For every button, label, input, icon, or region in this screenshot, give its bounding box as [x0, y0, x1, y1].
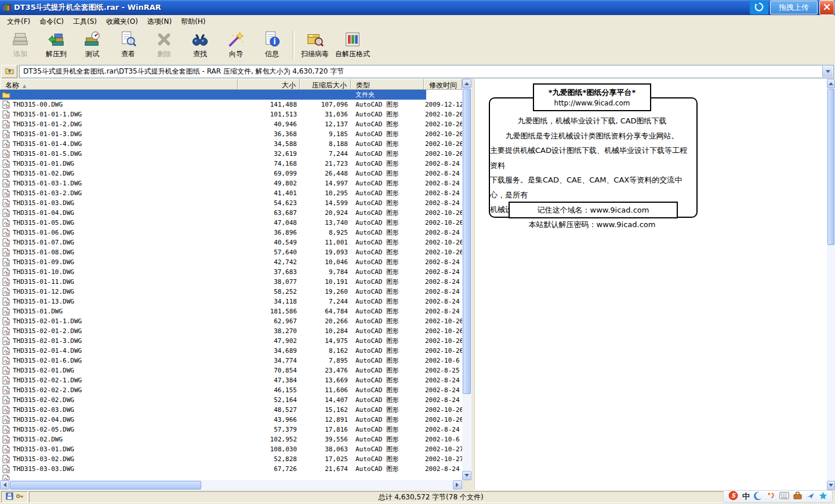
- keyboard-icon[interactable]: [779, 492, 789, 501]
- file-row[interactable]: THD315-03-02.DWG52,82817,025AutoCAD 图形20…: [0, 454, 462, 464]
- file-row[interactable]: THD315-01-12.DWG58,25219,260AutoCAD 图形20…: [0, 287, 462, 297]
- list-horizontal-scrollbar[interactable]: [0, 480, 462, 490]
- file-row[interactable]: THD315-01-01.DWG74,16821,723AutoCAD 图形20…: [0, 159, 462, 169]
- modified-cell: 2002-10-26: [424, 209, 462, 217]
- info-button[interactable]: 信息: [254, 29, 290, 60]
- name-cell: THD315-01-12.DWG: [0, 287, 238, 296]
- file-row[interactable]: THD315-01-03-2.DWG41,40110,295AutoCAD 图形…: [0, 188, 462, 198]
- scroll-down-button[interactable]: [462, 471, 471, 480]
- file-row[interactable]: THD315-01-10.DWG37,6839,784AutoCAD 图形200…: [0, 267, 462, 277]
- file-row[interactable]: THD315-02-02-2.DWG46,15511,606AutoCAD 图形…: [0, 385, 462, 395]
- vertical-scrollbar-thumb[interactable]: [463, 89, 471, 394]
- file-row[interactable]: THD315-02-02-1.DWG47,38413,669AutoCAD 图形…: [0, 375, 462, 385]
- file-row[interactable]: THD315-00.DWG141,488107,096AutoCAD 图形200…: [0, 100, 462, 109]
- address-dropdown-button[interactable]: [822, 66, 833, 77]
- column-header-size[interactable]: 大小: [238, 79, 300, 90]
- scroll-left-button[interactable]: [0, 480, 9, 490]
- file-name: THD315-01-01-2.DWG: [13, 120, 82, 128]
- upload-tool-button[interactable]: [750, 1, 768, 14]
- modified-cell: 2009-12-12: [424, 101, 462, 108]
- column-header-modified[interactable]: 修改时间: [424, 79, 462, 90]
- column-header-packed[interactable]: 压缩后大小: [300, 79, 351, 90]
- moon-icon[interactable]: [754, 491, 763, 502]
- extract-button[interactable]: 解压到: [38, 29, 74, 60]
- file-row[interactable]: THD315-02-01-4.DWG34,6898,162AutoCAD 图形2…: [0, 346, 462, 356]
- menu-item-commands[interactable]: 命令(C): [35, 15, 68, 28]
- find-button[interactable]: 查找: [182, 29, 218, 60]
- up-folder-button[interactable]: [1, 65, 17, 78]
- file-row[interactable]: THD315-01-01-3.DWG36,3689,185AutoCAD 图形2…: [0, 129, 462, 139]
- file-row[interactable]: THD315-01-08.DWG57,64019,093AutoCAD 图形20…: [0, 247, 462, 257]
- menu-item-tools[interactable]: 工具(S): [68, 15, 101, 28]
- wizard-button[interactable]: 向导: [218, 29, 254, 60]
- chinese-mode-icon[interactable]: 中: [742, 491, 750, 502]
- dwg-icon: [2, 474, 10, 480]
- file-row[interactable]: THD315-03-01.DWG108,03038,063AutoCAD 图形2…: [0, 444, 462, 454]
- file-row[interactable]: THD315-02-01-3.DWG47,90214,975AutoCAD 图形…: [0, 336, 462, 346]
- menu-item-help[interactable]: 帮助(H): [176, 15, 210, 28]
- file-row[interactable]: [0, 474, 462, 480]
- file-row[interactable]: THD315-02-02.DWG52,16414,407AutoCAD 图形20…: [0, 395, 462, 405]
- file-row[interactable]: THD315-01-03-1.DWG49,80214,997AutoCAD 图形…: [0, 178, 462, 188]
- file-row[interactable]: THD315-01-05.DWG47,04813,740AutoCAD 图形20…: [0, 218, 462, 228]
- file-row[interactable]: THD315-01-01-4.DWG34,5888,188AutoCAD 图形2…: [0, 139, 462, 149]
- comment-vertical-scrollbar[interactable]: [827, 79, 835, 490]
- file-row[interactable]: THD315-01-02.DWG69,09926,448AutoCAD 图形20…: [0, 169, 462, 178]
- sogou-icon[interactable]: S: [728, 491, 738, 502]
- comment-scrollbar-thumb[interactable]: [827, 89, 834, 245]
- punctuation-icon[interactable]: [767, 491, 775, 502]
- column-header-type[interactable]: 类型: [351, 79, 424, 90]
- menu-item-favorites[interactable]: 收藏夹(O): [101, 15, 143, 28]
- add-button[interactable]: 添加: [2, 29, 38, 60]
- list-vertical-scrollbar[interactable]: [462, 79, 471, 480]
- scan-button[interactable]: 扫描病毒: [297, 29, 333, 60]
- column-header-name[interactable]: 名称▲: [0, 79, 238, 90]
- file-name: THD315-02-01-1.DWG: [13, 317, 82, 325]
- file-row[interactable]: THD315-02-05.DWG57,37917,816AutoCAD 图形20…: [0, 425, 462, 434]
- file-row[interactable]: THD315-01-07.DWG40,54911,001AutoCAD 图形20…: [0, 238, 462, 247]
- file-row[interactable]: THD315-01-09.DWG42,74210,046AutoCAD 图形20…: [0, 257, 462, 267]
- address-field[interactable]: DT35斗式提升机全套图纸.rar\DT35斗式提升机全套图纸 - RAR 压缩…: [19, 65, 834, 78]
- file-row[interactable]: THD315-02-03.DWG48,52715,162AutoCAD 图形20…: [0, 405, 462, 415]
- address-bar: DT35斗式提升机全套图纸.rar\DT35斗式提升机全套图纸 - RAR 压缩…: [0, 63, 835, 81]
- file-row[interactable]: THD315-01-03.DWG54,62314,599AutoCAD 图形20…: [0, 198, 462, 208]
- view-button[interactable]: 查看: [110, 29, 146, 60]
- dwg-icon: [2, 110, 10, 119]
- file-row[interactable]: THD315-02-01-2.DWG38,27010,284AutoCAD 图形…: [0, 326, 462, 336]
- menu-item-options[interactable]: 选项(N): [143, 15, 176, 28]
- comment-scroll-up-button[interactable]: [827, 79, 835, 88]
- horizontal-scrollbar-thumb[interactable]: [10, 481, 201, 490]
- tray-plane-icon[interactable]: [806, 491, 815, 502]
- file-row[interactable]: THD315-01-11.DWG38,07710,191AutoCAD 图形20…: [0, 277, 462, 287]
- scroll-up-button[interactable]: [462, 79, 471, 88]
- toolbar-button-label: 删除: [157, 49, 171, 59]
- sfx-button[interactable]: 自解压格式: [333, 29, 372, 60]
- test-button[interactable]: 测试: [74, 29, 110, 60]
- toolbox-icon[interactable]: [793, 491, 802, 502]
- delete-button[interactable]: 删除: [146, 29, 182, 60]
- file-row[interactable]: THD315-01-06.DWG36,8968,925AutoCAD 图形200…: [0, 228, 462, 238]
- type-cell: AutoCAD 图形: [351, 228, 424, 237]
- file-row[interactable]: THD315-03-03.DWG67,72621,674AutoCAD 图形20…: [0, 464, 462, 474]
- file-row[interactable]: THD315-02-01-6.DWG34,7747,895AutoCAD 图形2…: [0, 356, 462, 366]
- file-row[interactable]: THD315-01.DWG181,58664,784AutoCAD 图形2002…: [0, 306, 462, 316]
- close-button[interactable]: [819, 0, 834, 15]
- name-cell: THD315-02-01-4.DWG: [0, 346, 238, 355]
- file-row[interactable]: THD315-02-01.DWG70,85423,476AutoCAD 图形20…: [0, 366, 462, 375]
- file-row[interactable]: THD315-01-01-2.DWG40,94612,137AutoCAD 图形…: [0, 119, 462, 129]
- drag-upload-button[interactable]: 拖拽上传: [770, 1, 818, 14]
- file-row[interactable]: THD315-02-04.DWG43,96612,891AutoCAD 图形20…: [0, 415, 462, 425]
- file-row[interactable]: THD315-02-01-1.DWG62,96720,266AutoCAD 图形…: [0, 316, 462, 326]
- menu-item-file[interactable]: 文件(F): [2, 15, 35, 28]
- file-row[interactable]: THD315-02.DWG102,95239,556AutoCAD 图形2002…: [0, 434, 462, 444]
- name-cell: THD315-01-03-1.DWG: [0, 179, 238, 188]
- packed-size-cell: 13,669: [300, 377, 351, 384]
- file-row[interactable]: THD315-01-04.DWG63,68720,924AutoCAD 图形20…: [0, 208, 462, 218]
- comment-scroll-down-button[interactable]: [827, 481, 835, 490]
- folder-up-row[interactable]: 文件夹: [0, 90, 462, 100]
- file-row[interactable]: THD315-01-13.DWG34,1187,244AutoCAD 图形200…: [0, 297, 462, 306]
- file-row[interactable]: THD315-01-01-5.DWG32,6197,244AutoCAD 图形2…: [0, 149, 462, 159]
- scroll-right-button[interactable]: [453, 480, 462, 490]
- file-row[interactable]: THD315-01-01-1.DWG101,51331,036AutoCAD 图…: [0, 109, 462, 119]
- tray-star-icon[interactable]: [819, 491, 827, 502]
